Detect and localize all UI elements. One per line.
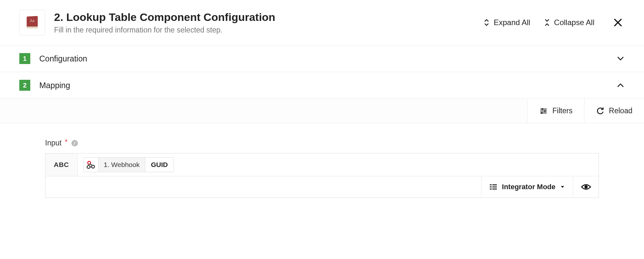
input-row: ABC 1. Webhook GUID	[45, 153, 599, 176]
component-icon: Aa	[19, 10, 45, 35]
panel-title: 2. Lookup Table Component Configuration	[54, 11, 474, 24]
section-number-badge: 2	[19, 80, 30, 91]
reload-icon	[596, 107, 604, 115]
expand-icon	[483, 19, 490, 26]
section-title: Configuration	[39, 54, 616, 63]
mapping-chip[interactable]: 1. Webhook GUID	[83, 157, 174, 172]
collapse-all-label: Collapse All	[554, 18, 594, 27]
required-indicator: *	[65, 138, 68, 146]
input-footer: Integrator Mode	[45, 176, 599, 198]
collapse-all-button[interactable]: Collapse All	[544, 18, 594, 27]
reload-button[interactable]: Reload	[584, 99, 644, 123]
svg-rect-1	[27, 27, 38, 27]
eye-icon	[581, 183, 591, 191]
chevron-down-icon	[616, 54, 625, 63]
mapping-input[interactable]: 1. Webhook GUID	[78, 153, 599, 176]
chip-field-label: GUID	[145, 158, 174, 172]
svg-point-11	[87, 166, 90, 169]
info-icon[interactable]: i	[71, 140, 78, 146]
svg-rect-14	[490, 187, 492, 188]
svg-point-18	[584, 185, 588, 189]
close-button[interactable]	[611, 16, 625, 29]
filters-icon	[539, 107, 548, 115]
collapse-icon	[544, 19, 550, 26]
expand-all-button[interactable]: Expand All	[483, 18, 530, 27]
section-number-badge: 1	[19, 53, 30, 64]
svg-text:Aa: Aa	[30, 18, 34, 23]
webhook-icon	[84, 157, 99, 172]
dropdown-caret-icon	[560, 184, 565, 190]
mode-icon	[489, 183, 497, 190]
svg-rect-8	[541, 112, 543, 114]
svg-rect-12	[490, 184, 492, 185]
mode-selector[interactable]: Integrator Mode	[481, 176, 573, 198]
svg-rect-16	[490, 189, 492, 190]
filters-button[interactable]: Filters	[527, 99, 584, 123]
panel-subtitle: Fill in the required information for the…	[54, 26, 474, 34]
mode-label: Integrator Mode	[502, 183, 555, 191]
panel-header: Aa 2. Lookup Table Component Configurati…	[0, 0, 644, 45]
header-text: 2. Lookup Table Component Configuration …	[54, 11, 474, 34]
svg-rect-6	[542, 108, 543, 110]
svg-rect-7	[544, 110, 546, 112]
config-panel: Aa 2. Lookup Table Component Configurati…	[0, 0, 644, 259]
svg-rect-13	[492, 184, 497, 185]
section-mapping[interactable]: 2 Mapping	[0, 72, 644, 99]
svg-rect-15	[492, 187, 497, 188]
header-actions: Expand All Collapse All	[483, 16, 625, 29]
filters-label: Filters	[552, 106, 573, 115]
type-indicator: ABC	[45, 153, 78, 176]
close-icon	[613, 18, 623, 27]
expand-all-label: Expand All	[494, 18, 530, 27]
reload-label: Reload	[609, 106, 632, 115]
svg-rect-17	[492, 189, 497, 190]
chip-step-label: 1. Webhook	[99, 158, 145, 172]
section-configuration[interactable]: 1 Configuration	[0, 45, 644, 72]
input-label-row: Input * i	[0, 123, 644, 153]
chevron-up-icon	[616, 81, 625, 89]
book-icon: Aa	[24, 14, 40, 31]
input-label: Input	[45, 139, 62, 147]
input-field-box: ABC 1. Webhook GUID	[45, 153, 599, 198]
preview-button[interactable]	[573, 176, 599, 198]
section-title: Mapping	[39, 81, 616, 90]
mapping-toolbar: Filters Reload	[0, 99, 644, 123]
